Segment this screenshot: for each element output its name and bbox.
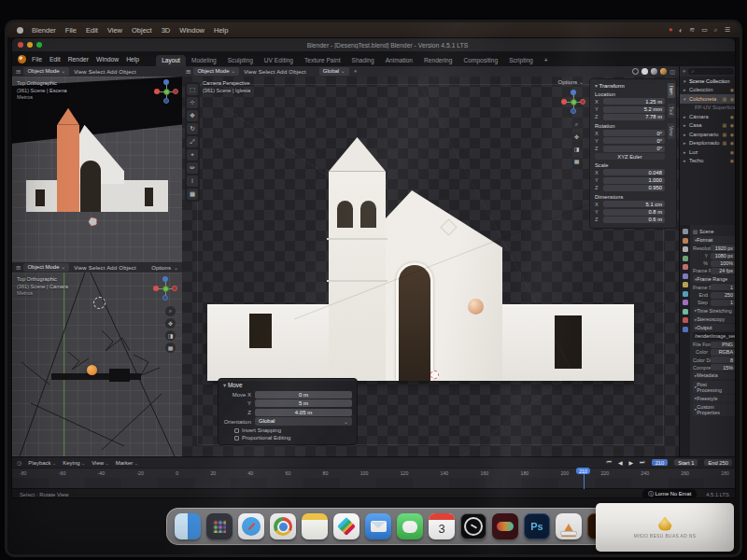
timeline-menu[interactable]: Marker: [116, 460, 138, 466]
outliner-row[interactable]: ▸ Cámara ◉: [680, 112, 736, 121]
properties-tab-icon[interactable]: [683, 246, 688, 252]
outliner-row[interactable]: ▸ Colección ◉: [680, 86, 736, 95]
current-frame-field[interactable]: 210: [652, 459, 669, 466]
portal-door[interactable]: [399, 265, 430, 380]
properties-tab-icon[interactable]: [683, 264, 688, 270]
outliner-row[interactable]: ▾ Scene Collection: [680, 77, 736, 86]
dock-app-icon[interactable]: [333, 513, 359, 539]
options-dropdown[interactable]: Options: [558, 78, 584, 85]
transform-panel-title[interactable]: Transform: [595, 82, 665, 89]
workspace-tab[interactable]: UV Editing: [259, 55, 299, 66]
menubar-status-icon[interactable]: ☰: [725, 26, 730, 34]
viewport-tl-canvas[interactable]: Top Orthographic (361) Scene | Escena Me…: [12, 77, 182, 262]
tool-button[interactable]: ✥: [187, 110, 198, 121]
properties-tab-icon[interactable]: [683, 309, 688, 315]
dock-app-icon[interactable]: [365, 513, 391, 539]
transform-row[interactable]: Y 1.000: [595, 177, 665, 184]
tool-button[interactable]: ⌖: [187, 149, 198, 161]
transform-row[interactable]: Y 5.2 mm: [595, 106, 665, 113]
transform-row[interactable]: Dimensions: [595, 194, 665, 200]
workspace-tab[interactable]: Animation: [380, 55, 418, 66]
topbar-menu[interactable]: Render: [68, 56, 89, 63]
n-panel-tab[interactable]: Item: [668, 83, 675, 98]
transform-row[interactable]: Z 7.78 m: [595, 114, 665, 120]
outliner-row[interactable]: FP-UV Superficie: [680, 104, 736, 113]
properties-tab-icon[interactable]: [683, 273, 688, 279]
transform-row[interactable]: Location: [595, 91, 665, 97]
properties-tab-icon[interactable]: [683, 256, 688, 261]
workspace-tab[interactable]: Shading: [346, 55, 380, 66]
properties-tab-icon[interactable]: [683, 282, 688, 287]
left-wing-window[interactable]: [249, 314, 272, 348]
zoom-window-button[interactable]: [36, 42, 42, 48]
properties-row[interactable]: % 100%: [693, 260, 735, 267]
dock-app-icon[interactable]: [397, 513, 423, 539]
transform-row[interactable]: Z 0.950: [595, 185, 665, 191]
transform-row[interactable]: X 0.048: [595, 169, 665, 175]
properties-row[interactable]: Resolution X 1920 px: [693, 245, 735, 251]
nav-button[interactable]: ◨: [571, 144, 582, 154]
orientation-dropdown[interactable]: Global: [319, 67, 349, 76]
properties-row[interactable]: Freestyle: [693, 395, 735, 402]
navigation-gizmo[interactable]: [154, 79, 178, 104]
menubar-item[interactable]: File: [65, 26, 77, 35]
properties-tab-icon[interactable]: [683, 291, 688, 297]
editor-type-icon[interactable]: ⊞: [186, 68, 190, 76]
viewport-main-canvas[interactable]: ⬚⊹✥↻⤢⌖✏⟟▦ Camera Perspective (361) Scene…: [182, 77, 679, 456]
options-dropdown[interactable]: Options: [151, 264, 178, 271]
playhead[interactable]: 210: [584, 468, 585, 489]
tool-button[interactable]: ⊹: [187, 97, 198, 108]
portal-arch[interactable]: [396, 262, 433, 380]
menubar-item[interactable]: Edit: [86, 26, 98, 35]
navigation-gizmo[interactable]: [561, 90, 585, 114]
minimize-window-button[interactable]: [27, 42, 33, 48]
mini-bell-tower[interactable]: [57, 125, 79, 213]
menubar-status-icon[interactable]: ≋: [689, 26, 695, 34]
bell-tower[interactable]: [329, 172, 386, 381]
tool-button[interactable]: ⤢: [187, 136, 198, 147]
menubar-item[interactable]: Blender: [32, 26, 56, 35]
navigation-gizmo[interactable]: [153, 276, 177, 301]
nav-button[interactable]: ▦: [165, 343, 176, 353]
checkbox[interactable]: [234, 428, 239, 433]
filter-icon[interactable]: ⌖: [683, 68, 685, 75]
light-object[interactable]: [87, 365, 97, 375]
properties-row[interactable]: Frame Rate 24 fps: [693, 268, 735, 274]
dock-app-icon[interactable]: [556, 513, 582, 539]
menubar-item[interactable]: 3D: [162, 26, 171, 35]
menubar-item[interactable]: Object: [132, 26, 152, 35]
nav-button[interactable]: ◨: [165, 330, 176, 341]
outliner-row[interactable]: ▸ Desplomado ▦ ◉: [680, 139, 736, 148]
transport-button[interactable]: ⏭: [640, 459, 644, 466]
properties-row[interactable]: Color RGBA: [693, 349, 735, 356]
tool-button[interactable]: ⬚: [187, 84, 198, 95]
snap-magnet-icon[interactable]: ⌖: [354, 68, 357, 75]
dock-app-icon[interactable]: [302, 513, 328, 539]
properties-row[interactable]: File Format PNG: [693, 342, 735, 348]
tool-button[interactable]: ↻: [187, 123, 198, 134]
right-wing-door[interactable]: [555, 315, 582, 369]
editor-type-icon[interactable]: ⊞: [16, 264, 21, 272]
workspace-tab[interactable]: Layout: [156, 55, 186, 66]
tool-button[interactable]: ⟟: [187, 175, 198, 187]
properties-tab-icon[interactable]: [683, 229, 688, 234]
dock-app-icon[interactable]: 3: [429, 513, 455, 539]
properties-row[interactable]: Stereoscopy: [693, 315, 735, 323]
properties-tab-icon[interactable]: [683, 327, 688, 332]
transform-row[interactable]: X 5.1 cm: [595, 201, 665, 207]
properties-row[interactable]: End 250: [693, 292, 735, 299]
transform-row[interactable]: Z 0°: [595, 146, 665, 152]
operator-title[interactable]: Move: [223, 382, 352, 389]
nav-button[interactable]: ⌕: [571, 119, 582, 130]
dock-app-icon[interactable]: [270, 513, 296, 539]
solid-shading-icon[interactable]: [641, 68, 648, 75]
menubar-item[interactable]: Window: [179, 26, 204, 35]
dock-app-icon[interactable]: [206, 513, 233, 539]
dock-app-icon[interactable]: [238, 513, 264, 539]
workspace-tab[interactable]: Texture Paint: [299, 55, 345, 66]
dock-app-icon[interactable]: [492, 513, 518, 539]
viewport-menus[interactable]: View Select Add Object: [74, 265, 136, 271]
nav-button[interactable]: ✥: [571, 132, 582, 142]
material-shading-icon[interactable]: [651, 68, 657, 75]
workspace-tab[interactable]: Sculpting: [222, 55, 259, 66]
